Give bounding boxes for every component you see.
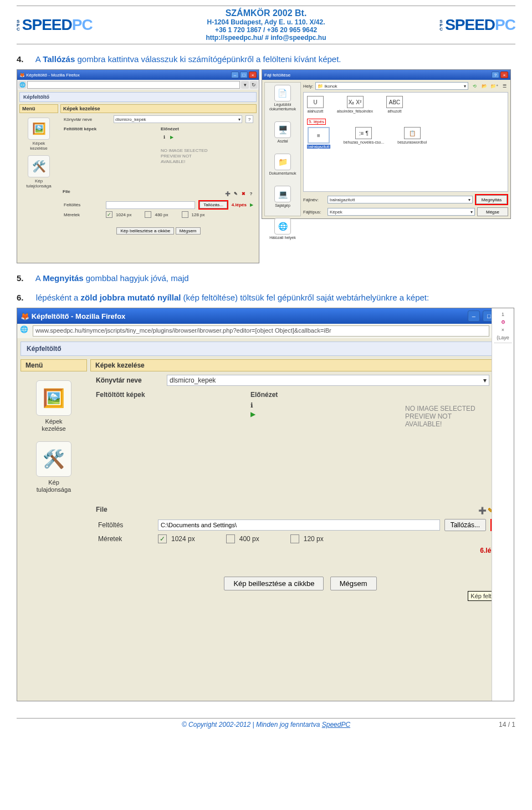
chevron-down-icon: ▾: [238, 117, 241, 122]
upload-label: Feltöltés: [98, 521, 154, 529]
url-field[interactable]: [27, 81, 240, 89]
browse-button[interactable]: Tallózás...: [200, 201, 227, 208]
size-400-label: 400 px: [239, 535, 259, 543]
delete-icon[interactable]: ✖: [240, 190, 247, 197]
dir-select[interactable]: dlsmicro_kepek▾: [167, 375, 489, 386]
chevron-down-icon: ▾: [464, 84, 466, 89]
thumb-alahuzott[interactable]: Ualahuzott: [307, 96, 324, 113]
chevron-down-icon: ▾: [470, 210, 473, 215]
thumb-alsoindex[interactable]: X₂ X²alsoindex_felsoindex: [337, 96, 373, 113]
info-icon[interactable]: ℹ: [250, 401, 253, 409]
location-select[interactable]: 📁 ikonok▾: [315, 82, 468, 90]
menu-header: Menü: [19, 104, 58, 113]
cancel-button[interactable]: Mégsem: [176, 227, 201, 235]
step-5-text: 5. A Megnyitás gombbal hagyjuk jóvá, maj…: [17, 273, 515, 283]
size-128-checkbox[interactable]: [182, 211, 188, 218]
insert-button[interactable]: Kép beillesztése a cikkbe: [116, 227, 174, 235]
size-1024-checkbox[interactable]: ✓: [158, 534, 167, 543]
size-120-label: 120 px: [304, 535, 324, 543]
size-480-label: 480 px: [155, 212, 168, 217]
sidebar-item-docs[interactable]: 📁Dokumentumok: [269, 154, 296, 176]
screenshot-filedialog: Fájl feltöltése ? × 📄Legutóbbi dokumentu…: [262, 69, 511, 219]
annot-step4: 4.lépés: [232, 202, 247, 207]
right-strip: 1 ⚙ × (Laye: [492, 308, 514, 701]
arrow-icon[interactable]: ▶: [250, 410, 255, 418]
step-4-text: 4. A Tallózás gombra kattintva válasszuk…: [17, 54, 515, 64]
logo-left: SPC SPEEDPC: [17, 16, 93, 34]
maximize-button[interactable]: □: [240, 72, 248, 78]
insert-button[interactable]: Kép beillesztése a cikkbe: [224, 577, 324, 590]
size-400-checkbox[interactable]: [226, 534, 235, 543]
picture-icon: 🖼️: [36, 380, 71, 416]
filename-field[interactable]: balraigazitott▾: [328, 196, 473, 203]
help-button[interactable]: ?: [492, 72, 499, 78]
arrow-icon[interactable]: ▶: [168, 134, 175, 140]
sidebar-item-desktop[interactable]: 🖥️Asztal: [274, 121, 291, 144]
new-folder-icon[interactable]: 📁⁺: [490, 82, 498, 90]
cancel-button[interactable]: Mégse: [477, 207, 508, 216]
page-footer: © Copyright 2002-2012 | Minden jog fennt…: [17, 718, 515, 736]
x-icon[interactable]: ×: [502, 327, 504, 333]
filetype-label: Fájltípus:: [303, 210, 325, 215]
thumb-athuzott[interactable]: ABCathuzott: [386, 96, 403, 113]
back-icon[interactable]: ⟲: [470, 82, 478, 90]
annot-step6: 6.lépés: [98, 547, 503, 554]
no-image-text: NO IMAGE SELECTED PREVIEW NOT AVAILABLE!: [161, 148, 253, 165]
browse-button[interactable]: Tallózás...: [444, 519, 486, 531]
file-grid[interactable]: Ualahuzott X₂ X²alsoindex_felsoindex ABC…: [303, 92, 508, 192]
sidebar-item-network[interactable]: 🌐Hálózati helyek: [269, 218, 295, 240]
upload-path-input[interactable]: [158, 519, 440, 531]
mgmt-header-big: Képek kezelése: [90, 359, 510, 371]
company-web: http://speedpc.hu/ # info@speedpc.hu: [206, 34, 326, 42]
up-icon[interactable]: 📂: [480, 82, 488, 90]
menu-item-manage-big[interactable]: 🖼️ Képek kezelése: [21, 380, 87, 432]
sidebar-item-mycomp[interactable]: 💻Sajátgép: [274, 186, 291, 208]
thumb-balraigazitott[interactable]: ≡balraigazitott: [307, 127, 330, 149]
size-480-checkbox[interactable]: [145, 211, 151, 218]
size-120-checkbox[interactable]: [290, 534, 299, 543]
help-button[interactable]: ?: [245, 115, 253, 123]
location-label: Hely:: [303, 84, 313, 89]
help-icon[interactable]: ?: [248, 190, 254, 197]
globe-icon: 🌐: [18, 81, 26, 89]
close-button[interactable]: ×: [249, 72, 257, 78]
filetype-field[interactable]: Képek▾: [328, 208, 475, 216]
menu-item-manage[interactable]: 🖼️ Képek kezelése: [19, 118, 58, 151]
upload-label: Feltöltés: [64, 202, 103, 207]
minimize-button[interactable]: –: [231, 72, 239, 78]
open-button[interactable]: Megnyitás: [476, 195, 507, 204]
company-phones: +36 1 720 1867 / +36 20 965 9642: [206, 26, 326, 34]
add-icon[interactable]: ➕: [478, 507, 487, 514]
dir-label: Könyvtár neve: [96, 376, 162, 384]
thumb-behuzas[interactable]: :≡ ¶behuzas_noveles-cso...: [344, 127, 385, 149]
dir-select[interactable]: dlsmicro_kepek▾: [114, 115, 242, 123]
menu-header-big: Menü: [21, 359, 87, 371]
cancel-button[interactable]: Mégsem: [330, 577, 377, 590]
company-address: H-1204 Budapest, Ady E. u. 110. X/42.: [206, 18, 326, 26]
file-header: File: [96, 506, 108, 516]
close-button[interactable]: ×: [500, 72, 508, 78]
layer-text: (Laye: [497, 335, 509, 340]
page-number: 14 / 1: [499, 721, 515, 729]
size-1024-checkbox[interactable]: ✓: [106, 211, 112, 218]
minimize-button[interactable]: –: [468, 310, 480, 322]
view-icon[interactable]: ☰: [500, 82, 508, 90]
thumb-beszuras[interactable]: 📋beszuraswordbol: [397, 127, 427, 149]
upload-arrow-icon[interactable]: ▶: [250, 202, 253, 207]
add-icon[interactable]: ➕: [224, 190, 231, 197]
reload-icon[interactable]: ↻: [250, 81, 258, 89]
filename-label: Fájlnév:: [303, 197, 325, 202]
edit-icon[interactable]: ✎: [232, 190, 239, 197]
dropdown-icon[interactable]: ▾: [241, 81, 249, 89]
picture-tool-icon: 🛠️: [28, 155, 50, 177]
sidebar-item-recent[interactable]: 📄Legutóbbi dokumentumok: [269, 85, 296, 111]
gear-icon[interactable]: ⚙: [501, 319, 505, 325]
menu-item-properties-big[interactable]: 🛠️ Kép tulajdonsága: [21, 441, 87, 493]
info-icon[interactable]: ℹ: [161, 134, 167, 140]
upload-path-input[interactable]: [106, 201, 195, 209]
filedlg-sidebar: 📄Legutóbbi dokumentumok 🖥️Asztal 📁Dokume…: [264, 82, 301, 216]
menu-item-properties[interactable]: 🛠️ Kép tulajdonsága: [19, 155, 58, 189]
url-field[interactable]: www.speedpc.hu/tinymce/jscripts/tiny_mce…: [33, 325, 489, 337]
window-titlebar-big: 🦊 Képfeltöltő - Mozilla Firefox – □ ×: [17, 308, 514, 324]
brand-text: SPEEDPC: [22, 16, 93, 34]
